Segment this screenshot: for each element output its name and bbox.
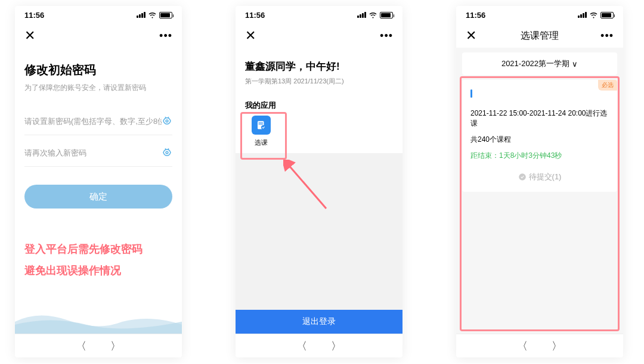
nav-forward-icon[interactable]: 〉: [331, 339, 342, 353]
svg-point-7: [519, 173, 526, 181]
status-text: 待提交(1): [529, 172, 562, 182]
status-bar: 11:56: [236, 6, 402, 24]
logout-button[interactable]: 退出登录: [236, 310, 402, 334]
nav-back-icon[interactable]: 〈: [517, 339, 528, 353]
term-label: 2021-2022第一学期: [501, 58, 569, 69]
phone-change-password: 11:56 ✕ ••• 修改初始密码 为了保障您的账号安全，请设置新密码 确定 …: [15, 6, 182, 357]
password-field-1: [24, 107, 172, 135]
content: 修改初始密码 为了保障您的账号安全，请设置新密码 确定 登入平台后需先修改密码 …: [15, 48, 182, 334]
nav-forward-icon[interactable]: 〉: [552, 339, 562, 353]
nav-bar: ✕ •••: [15, 24, 182, 48]
annotation-line-2: 避免出现误操作情况: [24, 260, 172, 281]
new-password-input[interactable]: [24, 117, 162, 126]
signal-icon: [578, 12, 587, 18]
nav-back-icon[interactable]: 〈: [76, 339, 86, 353]
status-time: 11:56: [24, 11, 44, 20]
battery-icon: [380, 12, 393, 18]
status-time: 11:56: [245, 11, 265, 20]
required-badge: 必选: [598, 80, 617, 91]
countdown: 距结束：1天8小时3分钟43秒: [470, 151, 609, 161]
greeting-block: 董鑫源同学，中午好! 第一学期第13周 2021/11/23(周二): [236, 48, 402, 93]
status-icons: [578, 12, 614, 18]
close-icon[interactable]: ✕: [245, 28, 256, 43]
highlight-annotation: [240, 112, 287, 160]
close-icon[interactable]: ✕: [24, 28, 35, 43]
status-icons: [137, 12, 172, 18]
confirm-button[interactable]: 确定: [24, 185, 172, 209]
submit-status: 待提交(1): [470, 172, 609, 182]
status-icons: [357, 12, 393, 18]
battery-icon: [159, 12, 172, 18]
countdown-value: 1天8小时3分钟43秒: [499, 151, 562, 160]
empty-area: [236, 153, 402, 310]
course-card[interactable]: 必选 2021-11-22 15:00-2021-11-24 20:00进行选课…: [462, 80, 617, 192]
countdown-label: 距结束：: [470, 151, 499, 160]
nav-forward-icon[interactable]: 〉: [110, 339, 121, 353]
wifi-icon: [148, 12, 157, 18]
check-circle-icon: [518, 173, 527, 181]
content: 2021-2022第一学期 ∨ 必选 2021-11-22 15:00-2021…: [456, 48, 623, 334]
nav-title: 选课管理: [521, 30, 559, 42]
nav-back-icon[interactable]: 〈: [296, 339, 307, 353]
status-bar: 11:56: [15, 6, 182, 24]
password-field-2: [24, 139, 172, 167]
bottom-nav: 〈 〉: [236, 334, 402, 357]
svg-point-0: [166, 120, 168, 122]
annotation: 登入平台后需先修改密码 避免出现误操作情况: [24, 238, 172, 281]
wifi-icon: [369, 12, 377, 18]
signal-icon: [137, 12, 145, 18]
wifi-icon: [589, 12, 598, 18]
term-selector[interactable]: 2021-2022第一学期 ∨: [462, 52, 617, 75]
content: 董鑫源同学，中午好! 第一学期第13周 2021/11/23(周二) 我的应用 …: [236, 48, 402, 334]
accent-bar: [470, 89, 472, 98]
bottom-nav: 〈 〉: [456, 334, 623, 357]
eye-icon[interactable]: [162, 147, 172, 158]
page-title: 修改初始密码: [24, 62, 172, 78]
greeting: 董鑫源同学，中午好!: [245, 60, 393, 73]
course-count: 共240个课程: [470, 135, 609, 145]
more-icon[interactable]: •••: [159, 30, 172, 42]
date-line: 第一学期第13周 2021/11/23(周二): [245, 77, 393, 86]
phone-course-management: 11:56 ✕ 选课管理 ••• 2021-2022第一学期 ∨ 必选 2021…: [456, 6, 623, 357]
status-time: 11:56: [466, 11, 485, 20]
phone-home: 11:56 ✕ ••• 董鑫源同学，中午好! 第一学期第13周 2021/11/…: [236, 6, 402, 357]
nav-bar: ✕ 选课管理 •••: [456, 24, 623, 48]
nav-bar: ✕ •••: [236, 24, 402, 48]
confirm-password-input[interactable]: [24, 148, 162, 157]
svg-point-1: [166, 151, 168, 154]
chevron-down-icon: ∨: [572, 60, 578, 69]
signal-icon: [357, 12, 366, 18]
page-subtitle: 为了保障您的账号安全，请设置新密码: [24, 83, 172, 93]
battery-icon: [600, 12, 614, 18]
more-icon[interactable]: •••: [380, 30, 393, 42]
bottom-nav: 〈 〉: [15, 334, 182, 357]
annotation-line-1: 登入平台后需先修改密码: [24, 238, 172, 260]
more-icon[interactable]: •••: [600, 30, 614, 42]
time-range: 2021-11-22 15:00-2021-11-24 20:00进行选课: [470, 108, 609, 129]
wave-decoration: [15, 304, 182, 334]
status-bar: 11:56: [456, 6, 623, 24]
eye-icon[interactable]: [162, 116, 172, 126]
close-icon[interactable]: ✕: [466, 28, 476, 43]
